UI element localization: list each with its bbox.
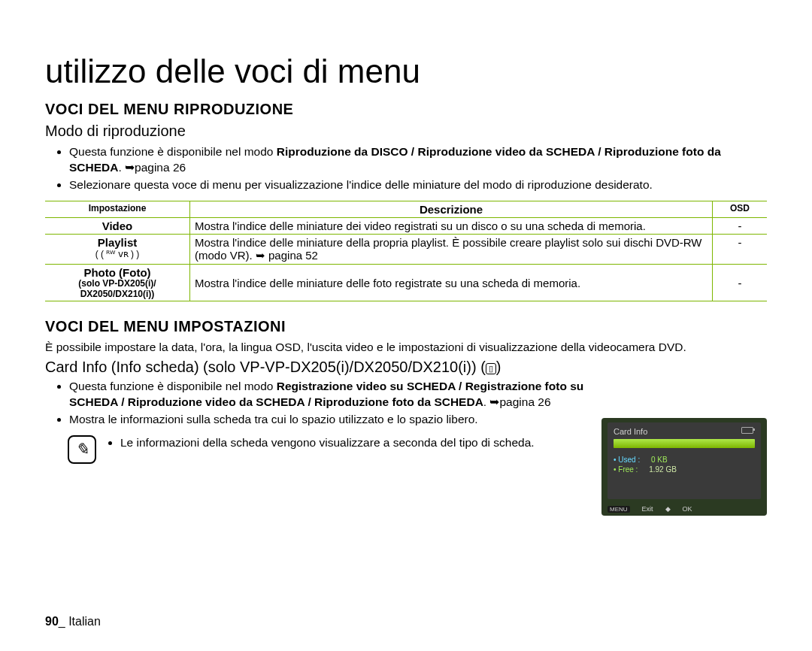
cell-osd: - — [713, 234, 768, 264]
note-icon: ✎ — [68, 435, 96, 464]
osd-footer: MENU Exit ◆ OK — [607, 505, 761, 513]
page-title: utilizzo delle voci di menu — [45, 53, 767, 90]
osd-topbar — [741, 427, 753, 434]
ok-label: OK — [683, 505, 692, 513]
text: . ➥pagina 26 — [118, 161, 186, 174]
col-descrizione: Descrizione — [190, 201, 713, 217]
osd-free-row: • Free : 1.92 GB — [614, 465, 755, 474]
sd-card-icon: ▯ — [486, 363, 496, 374]
text: Playlist — [50, 236, 185, 249]
osd-used-row: • Used : 0 KB — [614, 456, 755, 464]
col-osd: OSD — [713, 201, 768, 217]
note-bullet: Le informazioni della scheda vengono vis… — [120, 435, 535, 451]
table-row: Playlist ( ( ᴿᵂ ᴠʀ ) ) Mostra l'indice d… — [45, 234, 767, 264]
cell-descrizione: Mostra l'indice delle miniature delle fo… — [190, 264, 713, 301]
value: 1.92 GB — [649, 465, 677, 474]
subsection-cardinfo: Card Info (Info scheda) (solo VP-VP-DX20… — [45, 359, 767, 376]
bullet: Questa funzione è disponibile nel modo R… — [69, 144, 767, 176]
settings-table: Impostazione Descrizione OSD Video Mostr… — [45, 201, 767, 302]
text: Card Info (Info scheda) (solo VP-VP-DX20… — [45, 359, 486, 375]
page-number: 90 — [45, 615, 59, 628]
note-text: Le informazioni della scheda vengono vis… — [105, 435, 535, 451]
separator: _ — [59, 615, 68, 628]
table-row: Video Mostra l'indice delle miniature de… — [45, 217, 767, 234]
osd-preview: Card Info • Used : 0 KB • Free : 1.92 GB… — [601, 418, 767, 516]
text: Questa funzione è disponibile nel modo — [69, 145, 277, 158]
language-label: Italian — [68, 615, 101, 628]
osd-usage-bar — [614, 439, 755, 448]
value: 0 KB — [651, 456, 668, 464]
table-row: Photo (Foto) (solo VP-DX205(i)/ DX2050/D… — [45, 264, 767, 301]
table-header: Impostazione Descrizione OSD — [45, 201, 767, 217]
bullet: Mostra le informazioni sulla scheda tra … — [69, 412, 626, 428]
cell-osd: - — [713, 264, 768, 301]
cell-descrizione: Mostra l'indice delle miniature della pr… — [190, 234, 713, 264]
disc-icons: ( ( ᴿᵂ ᴠʀ ) ) — [50, 249, 185, 259]
text: ) — [496, 359, 501, 375]
subsection-modo: Modo di riproduzione — [45, 123, 767, 140]
bullet: Selezionare questa voce di menu per visu… — [69, 177, 767, 193]
bullets-impostazioni: Questa funzione è disponibile nel modo R… — [45, 379, 626, 428]
text: Questa funzione è disponibile nel modo — [69, 380, 277, 392]
label: • Free — [614, 465, 634, 474]
section-heading-impostazioni: VOCI DEL MENU IMPOSTAZIONI — [45, 318, 767, 335]
col-impostazione: Impostazione — [45, 201, 190, 217]
text-small: (solo VP-DX205(i)/ — [50, 279, 185, 289]
cell-impostazione: Photo (Foto) (solo VP-DX205(i)/ DX2050/D… — [45, 264, 190, 301]
text-small: DX2050/DX210(i)) — [50, 289, 185, 300]
exit-label: Exit — [642, 505, 653, 513]
cell-impostazione: Video — [45, 217, 190, 234]
osd-title: Card Info — [614, 427, 755, 436]
bullets-riproduzione: Questa funzione è disponibile nel modo R… — [45, 144, 767, 193]
cell-impostazione: Playlist ( ( ᴿᵂ ᴠʀ ) ) — [45, 234, 190, 264]
section-heading-riproduzione: VOCI DEL MENU RIPRODUZIONE — [45, 101, 767, 118]
text: Photo (Foto) — [50, 266, 185, 279]
cell-osd: - — [713, 217, 768, 234]
page-footer: 90_ Italian — [45, 615, 101, 628]
menu-tag: MENU — [607, 506, 630, 513]
label: • Used — [614, 456, 636, 464]
text: . ➥pagina 26 — [483, 395, 551, 408]
ok-dot: ◆ — [665, 505, 671, 513]
cell-descrizione: Mostra l'indice delle miniature dei vide… — [190, 217, 713, 234]
bullet: Questa funzione è disponibile nel modo R… — [69, 379, 626, 410]
paragraph: È possibile impostare la data, l'ora, la… — [45, 340, 767, 356]
battery-icon — [741, 427, 753, 434]
